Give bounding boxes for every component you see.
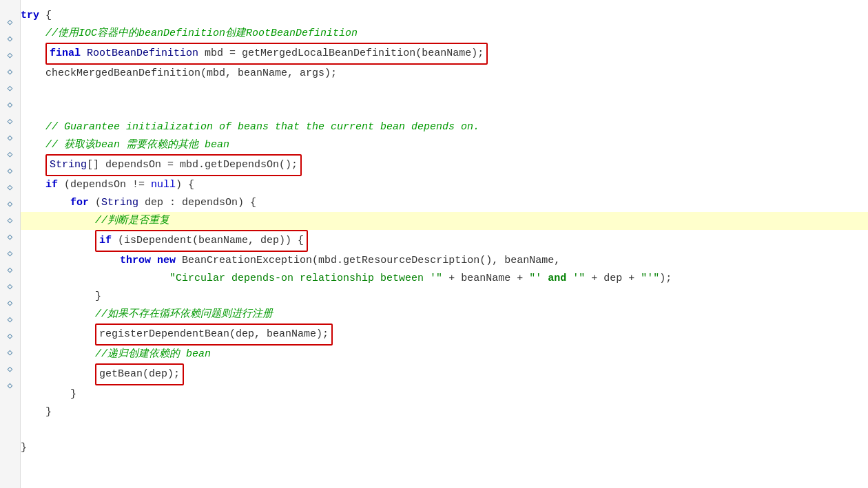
line-content-5 xyxy=(21,83,868,100)
gutter-icon-5: ◇ xyxy=(4,82,17,94)
gutter-icon-3: ◇ xyxy=(4,49,17,61)
line-content-7: // Guarantee initialization of beans tha… xyxy=(21,118,868,136)
line-content-22: } xyxy=(21,403,868,421)
line-content-20: getBean(dep); xyxy=(21,363,868,385)
code-line-9: String[] dependsOn = mbd.getDependsOn(); xyxy=(21,154,868,176)
line-content-12: //判断是否重复 xyxy=(21,212,868,230)
code-line-5 xyxy=(21,83,868,100)
code-line-7: // Guarantee initialization of beans tha… xyxy=(21,118,868,136)
gutter-icon-2: ◇ xyxy=(4,32,17,45)
line-content-24: } xyxy=(21,439,868,457)
code-line-2: //使用IOC容器中的beanDefinition创建RootBeanDefin… xyxy=(21,25,868,43)
line-content-3: final RootBeanDefinition mbd = getMerged… xyxy=(21,43,868,65)
code-line-10: if (dependsOn != null) { xyxy=(21,176,868,194)
code-line-21: } xyxy=(21,385,868,403)
gutter-icon-1: ◇ xyxy=(4,16,17,28)
gutter-icon-8: ◇ xyxy=(4,131,17,144)
line-content-11: for (String dep : dependsOn) { xyxy=(21,194,868,212)
code-editor: try { //使用IOC容器中的beanDefinition创建RootBea… xyxy=(21,0,868,488)
line-content-4: checkMergedBeanDefinition(mbd, beanName,… xyxy=(21,65,868,83)
code-line-18: registerDependentBean(dep, beanName); xyxy=(21,323,868,346)
code-line-24: } xyxy=(21,439,868,457)
code-line-19: //递归创建依赖的 bean xyxy=(21,346,868,363)
code-line-22: } xyxy=(21,403,868,421)
code-line-6 xyxy=(21,100,868,118)
gutter-icon-4: ◇ xyxy=(4,65,17,78)
code-line-17: //如果不存在循环依赖问题则进行注册 xyxy=(21,306,868,323)
line-content-14: throw new BeanCreationException(mbd.getR… xyxy=(21,252,868,270)
code-line-12: //判断是否重复 xyxy=(21,212,868,230)
line-content-2: //使用IOC容器中的beanDefinition创建RootBeanDefin… xyxy=(21,25,868,43)
code-line-1: try { xyxy=(21,7,868,25)
gutter-icon-14: ◇ xyxy=(4,231,17,243)
gutter-icon-17: ◇ xyxy=(4,280,17,293)
gutter-icon-22: ◇ xyxy=(4,363,17,375)
line-content-19: //递归创建依赖的 bean xyxy=(21,346,868,363)
gutter-icon-13: ◇ xyxy=(4,214,17,226)
main-window: ◇ ◇ ◇ ◇ ◇ ◇ ◇ ◇ ◇ ◇ ◇ ◇ ◇ ◇ ◇ ◇ ◇ ◇ ◇ ◇ … xyxy=(0,0,868,488)
line-content-16: } xyxy=(21,288,868,306)
line-content-21: } xyxy=(21,385,868,403)
gutter-icon-16: ◇ xyxy=(4,264,17,276)
code-line-13: if (isDependent(beanName, dep)) { xyxy=(21,230,868,252)
code-line-11: for (String dep : dependsOn) { xyxy=(21,194,868,212)
gutter-icon-12: ◇ xyxy=(4,198,17,210)
code-line-20: getBean(dep); xyxy=(21,363,868,385)
line-content-9: String[] dependsOn = mbd.getDependsOn(); xyxy=(21,154,868,176)
line-content-18: registerDependentBean(dep, beanName); xyxy=(21,323,868,346)
code-line-3: final RootBeanDefinition mbd = getMerged… xyxy=(21,43,868,65)
line-content-13: if (isDependent(beanName, dep)) { xyxy=(21,230,868,252)
code-line-4: checkMergedBeanDefinition(mbd, beanName,… xyxy=(21,65,868,83)
gutter-icon-6: ◇ xyxy=(4,98,17,111)
code-line-16: } xyxy=(21,288,868,306)
line-content-1: try { xyxy=(21,7,868,25)
gutter-icon-20: ◇ xyxy=(4,330,17,342)
line-content-23 xyxy=(21,421,868,439)
gutter-icon-11: ◇ xyxy=(4,181,17,193)
code-line-8: // 获取该bean 需要依赖的其他 bean xyxy=(21,136,868,154)
gutter-icon-23: ◇ xyxy=(4,379,17,392)
code-line-14: throw new BeanCreationException(mbd.getR… xyxy=(21,252,868,270)
gutter-icon-7: ◇ xyxy=(4,115,17,127)
code-line-15: "Circular depends-on relationship betwee… xyxy=(21,270,868,288)
code-line-23 xyxy=(21,421,868,439)
line-content-10: if (dependsOn != null) { xyxy=(21,176,868,194)
editor-gutter: ◇ ◇ ◇ ◇ ◇ ◇ ◇ ◇ ◇ ◇ ◇ ◇ ◇ ◇ ◇ ◇ ◇ ◇ ◇ ◇ … xyxy=(0,0,21,488)
line-content-15: "Circular depends-on relationship betwee… xyxy=(21,270,868,288)
gutter-icon-18: ◇ xyxy=(4,297,17,309)
gutter-icon-15: ◇ xyxy=(4,247,17,259)
gutter-icon-21: ◇ xyxy=(4,346,17,359)
gutter-icon-9: ◇ xyxy=(4,148,17,160)
gutter-icon-10: ◇ xyxy=(4,165,17,177)
line-content-6 xyxy=(21,100,868,118)
gutter-icon-19: ◇ xyxy=(4,313,17,326)
line-content-8: // 获取该bean 需要依赖的其他 bean xyxy=(21,136,868,154)
line-content-17: //如果不存在循环依赖问题则进行注册 xyxy=(21,306,868,323)
